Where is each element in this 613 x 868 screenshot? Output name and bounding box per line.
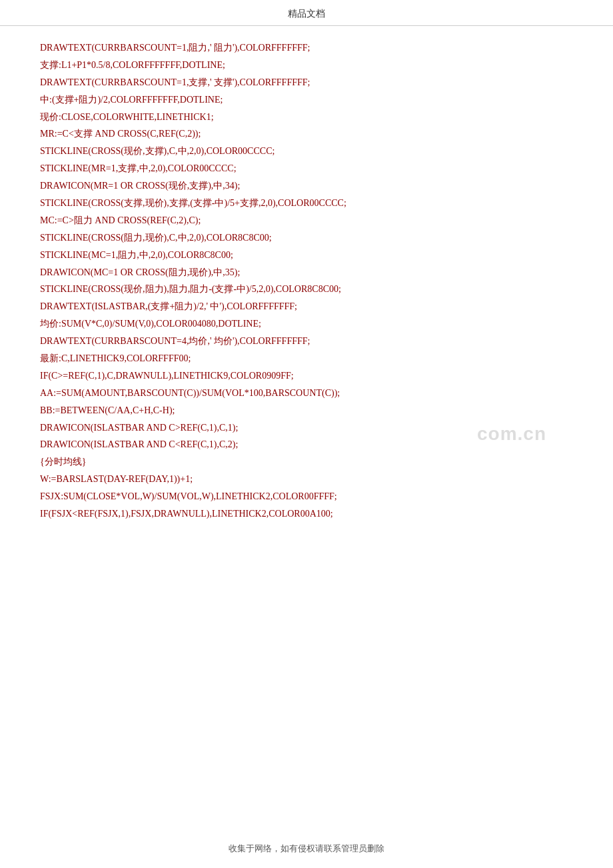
- code-line: IF(C>=REF(C,1),C,DRAWNULL),LINETHICK9,CO…: [40, 367, 573, 385]
- code-line: FSJX:SUM(CLOSE*VOL,W)/SUM(VOL,W),LINETHI…: [40, 488, 573, 505]
- code-line: W:=BARSLAST(DAY-REF(DAY,1))+1;: [40, 471, 573, 488]
- footer-text: 收集于网络，如有侵权请联系管理员删除: [229, 843, 384, 853]
- code-line: IF(FSJX<REF(FSJX,1),FSJX,DRAWNULL),LINET…: [40, 505, 573, 523]
- code-line: STICKLINE(CROSS(阻力,现价),C,中,2,0),COLOR8C8…: [40, 229, 573, 247]
- code-line: {分时均线}: [40, 453, 573, 471]
- code-line: DRAWICON(ISLASTBAR AND C<REF(C,1),C,2);: [40, 436, 573, 453]
- code-line: 最新:C,LINETHICK9,COLORFFFF00;: [40, 350, 573, 367]
- code-line: DRAWTEXT(CURRBARSCOUNT=1,阻力,' 阻力'),COLOR…: [40, 39, 573, 57]
- page-container: 精品文档 DRAWTEXT(CURRBARSCOUNT=1,阻力,' 阻力'),…: [0, 0, 613, 868]
- code-line: DRAWICON(MR=1 OR CROSS(现价,支撑),中,34);: [40, 177, 573, 195]
- code-line: STICKLINE(CROSS(现价,阻力),阻力,阻力-(支撑-中)/5,2,…: [40, 281, 573, 298]
- code-line: STICKLINE(MR=1,支撑,中,2,0),COLOR00CCCC;: [40, 160, 573, 177]
- code-line: 中:(支撑+阻力)/2,COLORFFFFFFF,DOTLINE;: [40, 91, 573, 109]
- code-line: DRAWICON(MC=1 OR CROSS(阻力,现价),中,35);: [40, 264, 573, 281]
- code-line: AA:=SUM(AMOUNT,BARSCOUNT(C))/SUM(VOL*100…: [40, 385, 573, 402]
- code-line: 支撑:L1+P1*0.5/8,COLORFFFFFFF,DOTLINE;: [40, 57, 573, 74]
- code-line: 均价:SUM(V*C,0)/SUM(V,0),COLOR004080,DOTLI…: [40, 315, 573, 333]
- code-line: BB:=BETWEEN(C/AA,C+H,C-H);: [40, 402, 573, 419]
- page-footer: 收集于网络，如有侵权请联系管理员删除: [0, 832, 613, 868]
- header-title: 精品文档: [288, 9, 325, 19]
- code-line: STICKLINE(CROSS(支撑,现价),支撑,(支撑-中)/5+支撑,2,…: [40, 195, 573, 212]
- page-header: 精品文档: [0, 0, 613, 26]
- code-line: DRAWICON(ISLASTBAR AND C>REF(C,1),C,1);: [40, 419, 573, 437]
- code-line: STICKLINE(MC=1,阻力,中,2,0),COLOR8C8C00;: [40, 247, 573, 264]
- code-line: STICKLINE(CROSS(现价,支撑),C,中,2,0),COLOR00C…: [40, 143, 573, 160]
- code-line: MC:=C>阻力 AND CROSS(REF(C,2),C);: [40, 212, 573, 229]
- content-area: DRAWTEXT(CURRBARSCOUNT=1,阻力,' 阻力'),COLOR…: [0, 26, 613, 832]
- code-line: DRAWTEXT(CURRBARSCOUNT=4,均价,' 均价'),COLOR…: [40, 333, 573, 350]
- code-line: MR:=C<支撑 AND CROSS(C,REF(C,2));: [40, 125, 573, 143]
- code-line: DRAWTEXT(CURRBARSCOUNT=1,支撑,' 支撑'),COLOR…: [40, 74, 573, 91]
- code-line: 现价:CLOSE,COLORWHITE,LINETHICK1;: [40, 109, 573, 126]
- code-line: DRAWTEXT(ISLASTBAR,(支撑+阻力)/2,' 中'),COLOR…: [40, 298, 573, 315]
